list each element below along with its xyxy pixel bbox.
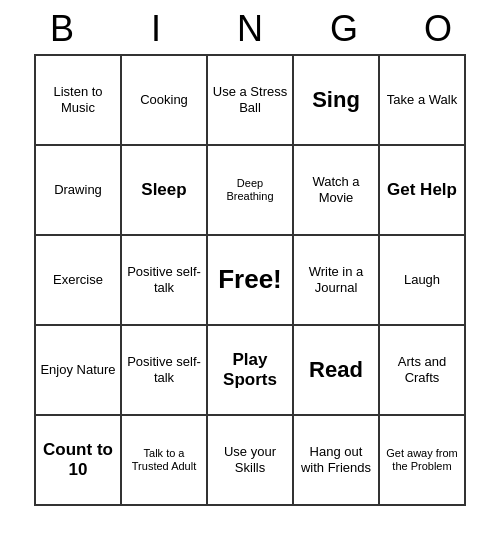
bingo-cell-18: Read: [294, 326, 380, 416]
header-i: I: [113, 8, 199, 50]
bingo-cell-24: Get away from the Problem: [380, 416, 466, 506]
bingo-grid: Listen to MusicCookingUse a Stress BallS…: [34, 54, 466, 506]
bingo-cell-9: Get Help: [380, 146, 466, 236]
bingo-cell-7: Deep Breathing: [208, 146, 294, 236]
bingo-cell-1: Cooking: [122, 56, 208, 146]
bingo-cell-15: Enjoy Nature: [36, 326, 122, 416]
header-g: G: [301, 8, 387, 50]
bingo-cell-4: Take a Walk: [380, 56, 466, 146]
bingo-cell-13: Write in a Journal: [294, 236, 380, 326]
header-b: B: [19, 8, 105, 50]
bingo-cell-12: Free!: [208, 236, 294, 326]
bingo-cell-11: Positive self-talk: [122, 236, 208, 326]
bingo-cell-6: Sleep: [122, 146, 208, 236]
bingo-cell-10: Exercise: [36, 236, 122, 326]
header-n: N: [207, 8, 293, 50]
bingo-cell-20: Count to 10: [36, 416, 122, 506]
bingo-cell-3: Sing: [294, 56, 380, 146]
bingo-cell-5: Drawing: [36, 146, 122, 236]
bingo-cell-21: Talk to a Trusted Adult: [122, 416, 208, 506]
bingo-cell-8: Watch a Movie: [294, 146, 380, 236]
bingo-cell-16: Positive self-talk: [122, 326, 208, 416]
bingo-cell-14: Laugh: [380, 236, 466, 326]
header-o: O: [395, 8, 481, 50]
bingo-cell-22: Use your Skills: [208, 416, 294, 506]
bingo-header: B I N G O: [15, 0, 485, 54]
bingo-cell-0: Listen to Music: [36, 56, 122, 146]
bingo-cell-19: Arts and Crafts: [380, 326, 466, 416]
bingo-cell-2: Use a Stress Ball: [208, 56, 294, 146]
bingo-cell-17: Play Sports: [208, 326, 294, 416]
bingo-cell-23: Hang out with Friends: [294, 416, 380, 506]
